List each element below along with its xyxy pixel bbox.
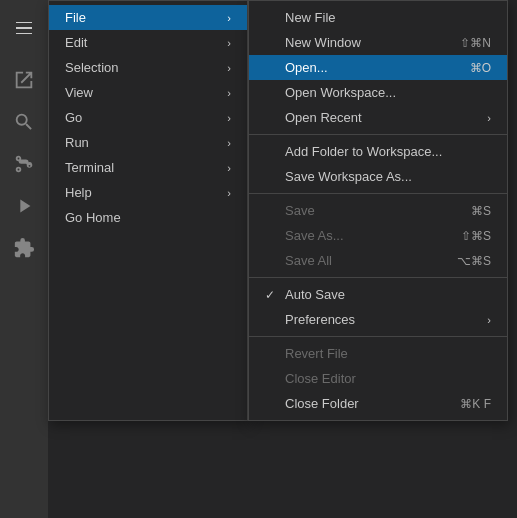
search-icon[interactable] xyxy=(4,102,44,142)
menu-item-go[interactable]: Go › xyxy=(49,105,247,130)
menu-item-terminal[interactable]: Terminal › xyxy=(49,155,247,180)
menu-item-run[interactable]: Run › xyxy=(49,130,247,155)
primary-menu: File › Edit › Selection › View › Go › Ru… xyxy=(48,0,248,421)
add-folder-label: Add Folder to Workspace... xyxy=(285,144,491,159)
view-arrow-icon: › xyxy=(227,87,231,99)
submenu-save-all: Save All ⌥⌘S xyxy=(249,248,507,273)
menu-item-terminal-label: Terminal xyxy=(65,160,219,175)
menu-item-edit-label: Edit xyxy=(65,35,219,50)
open-workspace-label: Open Workspace... xyxy=(285,85,491,100)
submenu-open-workspace[interactable]: Open Workspace... xyxy=(249,80,507,105)
submenu-save-as: Save As... ⇧⌘S xyxy=(249,223,507,248)
preferences-label: Preferences xyxy=(285,312,479,327)
close-editor-label: Close Editor xyxy=(285,371,491,386)
close-folder-label: Close Folder xyxy=(285,396,444,411)
menu-item-go-label: Go xyxy=(65,110,219,125)
preferences-arrow-icon: › xyxy=(487,314,491,326)
menu-item-edit[interactable]: Edit › xyxy=(49,30,247,55)
hamburger-icon xyxy=(16,22,32,35)
checkmark-icon: ✓ xyxy=(265,288,281,302)
extensions-icon[interactable] xyxy=(4,228,44,268)
revert-file-label: Revert File xyxy=(285,346,491,361)
auto-save-label: Auto Save xyxy=(285,287,491,302)
save-workspace-as-label: Save Workspace As... xyxy=(285,169,491,184)
source-control-icon[interactable] xyxy=(4,144,44,184)
open-label: Open... xyxy=(285,60,454,75)
save-as-label: Save As... xyxy=(285,228,445,243)
search-svg xyxy=(13,111,35,133)
save-shortcut: ⌘S xyxy=(471,204,491,218)
go-arrow-icon: › xyxy=(227,112,231,124)
new-window-label: New Window xyxy=(285,35,444,50)
close-folder-shortcut: ⌘K F xyxy=(460,397,491,411)
run-arrow-icon: › xyxy=(227,137,231,149)
submenu-open-recent[interactable]: Open Recent › xyxy=(249,105,507,130)
save-label: Save xyxy=(285,203,455,218)
menu-item-gohome-label: Go Home xyxy=(65,210,231,225)
help-arrow-icon: › xyxy=(227,187,231,199)
submenu-add-folder[interactable]: Add Folder to Workspace... xyxy=(249,139,507,164)
separator-4 xyxy=(249,336,507,337)
separator-3 xyxy=(249,277,507,278)
extensions-svg xyxy=(13,237,35,259)
submenu-preferences[interactable]: Preferences › xyxy=(249,307,507,332)
submenu-auto-save[interactable]: ✓ Auto Save xyxy=(249,282,507,307)
menu-item-gohome[interactable]: Go Home xyxy=(49,205,247,230)
menu-item-selection-label: Selection xyxy=(65,60,219,75)
save-as-shortcut: ⇧⌘S xyxy=(461,229,491,243)
menu-item-view-label: View xyxy=(65,85,219,100)
submenu-save: Save ⌘S xyxy=(249,198,507,223)
main-area: File › Edit › Selection › View › Go › Ru… xyxy=(48,0,517,518)
separator-2 xyxy=(249,193,507,194)
open-shortcut: ⌘O xyxy=(470,61,491,75)
new-file-label: New File xyxy=(285,10,491,25)
selection-arrow-icon: › xyxy=(227,62,231,74)
submenu-open[interactable]: Open... ⌘O xyxy=(249,55,507,80)
hamburger-menu[interactable] xyxy=(4,8,44,48)
run-debug-svg xyxy=(13,195,35,217)
submenu-new-window[interactable]: New Window ⇧⌘N xyxy=(249,30,507,55)
run-debug-icon[interactable] xyxy=(4,186,44,226)
save-all-label: Save All xyxy=(285,253,441,268)
submenu-close-editor: Close Editor xyxy=(249,366,507,391)
menu-item-file-label: File xyxy=(65,10,219,25)
activity-bar xyxy=(0,0,48,518)
menu-item-view[interactable]: View › xyxy=(49,80,247,105)
submenu-revert-file: Revert File xyxy=(249,341,507,366)
new-window-shortcut: ⇧⌘N xyxy=(460,36,491,50)
terminal-arrow-icon: › xyxy=(227,162,231,174)
menu-item-file[interactable]: File › xyxy=(49,5,247,30)
activity-icons xyxy=(0,60,48,268)
file-submenu: New File New Window ⇧⌘N Open... ⌘O Open … xyxy=(248,0,508,421)
separator-1 xyxy=(249,134,507,135)
menu-item-selection[interactable]: Selection › xyxy=(49,55,247,80)
menu-item-help[interactable]: Help › xyxy=(49,180,247,205)
submenu-save-workspace-as[interactable]: Save Workspace As... xyxy=(249,164,507,189)
menu-item-run-label: Run xyxy=(65,135,219,150)
open-recent-arrow-icon: › xyxy=(487,112,491,124)
open-recent-label: Open Recent xyxy=(285,110,479,125)
file-arrow-icon: › xyxy=(227,12,231,24)
edit-arrow-icon: › xyxy=(227,37,231,49)
save-all-shortcut: ⌥⌘S xyxy=(457,254,491,268)
submenu-close-folder[interactable]: Close Folder ⌘K F xyxy=(249,391,507,416)
submenu-new-file[interactable]: New File xyxy=(249,5,507,30)
explorer-icon[interactable] xyxy=(4,60,44,100)
menu-item-help-label: Help xyxy=(65,185,219,200)
source-control-svg xyxy=(13,153,35,175)
menus-container: File › Edit › Selection › View › Go › Ru… xyxy=(48,0,508,421)
explorer-svg xyxy=(13,69,35,91)
